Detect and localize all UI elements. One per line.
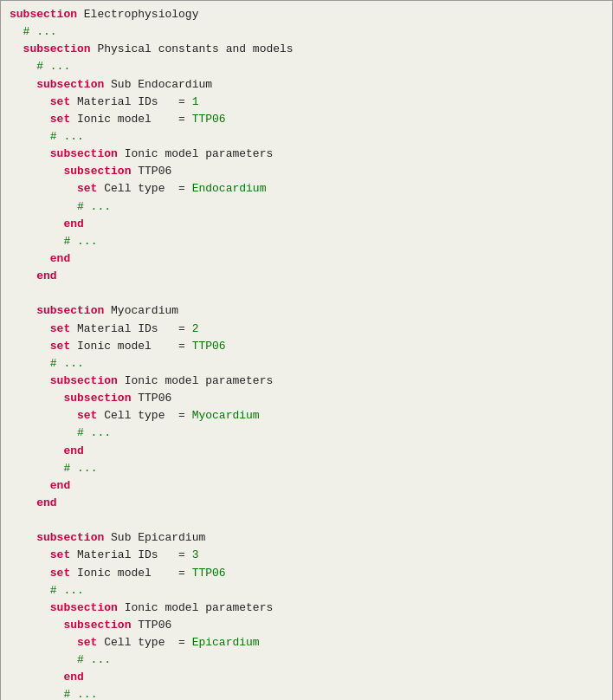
code-line: subsection Physical constants and models [10,41,603,58]
keyword: subsection [23,42,91,55]
keyword: subsection [63,392,131,405]
text: Ionic model = [70,567,191,580]
text: Ionic model parameters [118,147,273,160]
code-line: end [10,495,603,512]
value: 2 [192,322,199,335]
code-line: # ... [10,582,603,600]
keyword: subsection [50,374,118,387]
text: Electrophysiology [77,8,198,21]
value: TTP06 [192,567,226,580]
code-line: # ... [10,23,603,41]
code-line: # ... [10,460,603,477]
comment: # ... [50,357,84,370]
keyword: set [50,340,70,353]
code-line: subsection Ionic model parameters [10,373,603,390]
code-line: subsection TTP06 [10,390,603,407]
text: Material IDs = [70,95,191,108]
keyword: subsection [36,531,104,544]
keyword: end [36,496,56,509]
code-line: # ... [10,58,603,75]
code-line: set Cell type = Endocardium [10,180,603,198]
code-line: # ... [10,198,603,216]
comment: # ... [63,235,97,248]
text: Sub Endocardium [104,78,212,91]
comment: # ... [77,653,111,666]
value: Myocardium [192,409,260,422]
keyword: subsection [36,78,104,91]
code-line: subsection Electrophysiology [10,6,603,23]
code-lines: subsection Electrophysiology # ... subse… [10,6,603,700]
keyword: set [50,567,70,580]
keyword: end [50,252,70,265]
code-line: # ... [10,651,603,669]
code-line: # ... [10,355,603,373]
code-line: # ... [10,128,603,146]
text: Cell type = [97,409,191,422]
comment: # ... [36,60,70,73]
code-line: end [10,216,603,233]
text: Ionic model parameters [118,374,273,387]
keyword: set [77,636,97,649]
text: Myocardium [104,304,178,317]
value: Endocardium [192,182,267,195]
value: Epicardium [192,636,260,649]
keyword: subsection [10,8,77,21]
comment: # ... [77,200,111,213]
value: TTP06 [192,340,226,353]
code-line: subsection TTP06 [10,617,603,634]
text: Physical constants and models [91,42,294,55]
comment: # ... [63,688,97,700]
code-line: # ... [10,686,603,700]
code-line: subsection Sub Endocardium [10,76,603,94]
keyword: end [50,479,70,492]
comment: # ... [77,426,111,439]
text: TTP06 [131,392,171,405]
value: 1 [192,95,199,108]
code-line: subsection Myocardium [10,302,603,320]
code-line: set Ionic model = TTP06 [10,111,603,128]
text: TTP06 [131,619,171,632]
code-line: set Material IDs = 3 [10,547,603,564]
code-line: subsection Ionic model parameters [10,600,603,617]
comment: # ... [23,25,57,38]
code-line: end [10,443,603,460]
value: 3 [192,548,199,561]
code-line: # ... [10,425,603,442]
keyword: set [77,409,97,422]
keyword: subsection [50,147,118,160]
keyword: set [77,182,97,195]
comment: # ... [50,584,84,597]
value: TTP06 [192,113,226,126]
text: Ionic model = [70,340,191,353]
keyword: subsection [50,601,118,614]
text: Cell type = [97,182,191,195]
code-line: set Ionic model = TTP06 [10,565,603,582]
text: Cell type = [97,636,191,649]
text: Material IDs = [70,548,191,561]
keyword: set [50,548,70,561]
code-line: end [10,669,603,686]
code-line: set Material IDs = 1 [10,94,603,111]
keyword: end [63,671,83,684]
code-line [10,285,603,302]
code-line: subsection Sub Epicardium [10,529,603,547]
code-line: set Ionic model = TTP06 [10,338,603,355]
text: Sub Epicardium [104,531,205,544]
code-line: subsection Ionic model parameters [10,146,603,163]
text: TTP06 [131,165,171,178]
keyword: end [63,217,83,230]
code-line: set Cell type = Myocardium [10,407,603,425]
code-block: subsection Electrophysiology # ... subse… [0,0,613,700]
keyword: subsection [63,619,131,632]
text: Material IDs = [70,322,191,335]
comment: # ... [63,462,97,475]
code-line: # ... [10,233,603,250]
code-line: end [10,268,603,285]
keyword: set [50,322,70,335]
keyword: subsection [63,165,131,178]
code-line: subsection TTP06 [10,163,603,180]
keyword: end [63,444,83,457]
code-line: end [10,250,603,268]
comment: # ... [50,130,84,143]
code-line: set Cell type = Epicardium [10,634,603,651]
